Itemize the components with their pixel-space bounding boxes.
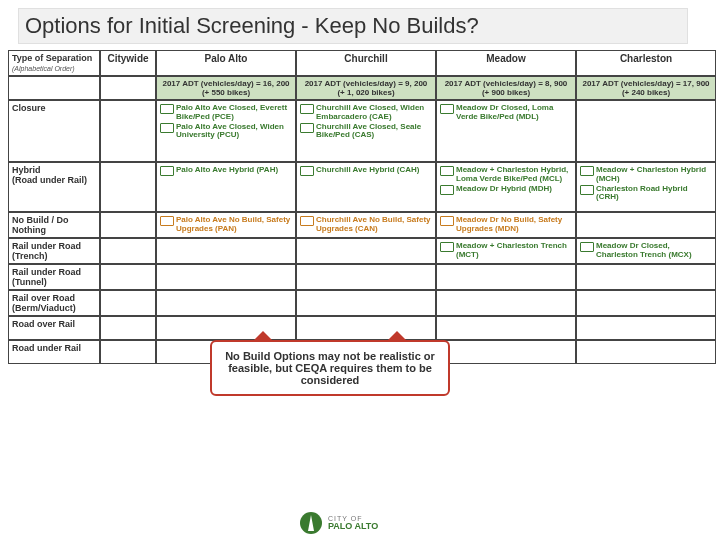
option-cae: Churchill Ave Closed, Widen Embarcadero … [300, 104, 432, 122]
options-table: Type of Separation(Alphabetical Order) C… [8, 50, 720, 364]
train-car-icon [440, 166, 454, 176]
option-mdl: Meadow Dr Closed, Loma Verde Bike/Ped (M… [440, 104, 572, 122]
option-crh: Charleston Road Hybrid (CRH) [580, 185, 712, 203]
option-mch: Meadow + Charleston Hybrid (MCH) [580, 166, 712, 184]
nobuild-charleston [576, 212, 716, 238]
row-tunnel: Rail under Road (Tunnel) [8, 264, 100, 290]
row-hybrid: Hybrid(Road under Rail) [8, 162, 100, 212]
hybrid-meadow: Meadow + Charleston Hybrid, Loma Verde B… [436, 162, 576, 212]
adt-churchill: 2017 ADT (vehicles/day) = 9, 200 (+ 1, 0… [296, 76, 436, 100]
closure-meadow: Meadow Dr Closed, Loma Verde Bike/Ped (M… [436, 100, 576, 162]
adt-meadow: 2017 ADT (vehicles/day) = 8, 900 (+ 900 … [436, 76, 576, 100]
option-cas: Churchill Ave Closed, Seale Bike/Ped (CA… [300, 123, 432, 141]
car-bike-icon [160, 104, 174, 114]
trench-paloalto [156, 238, 296, 264]
nobuild-churchill: Churchill Ave No Build, Safety Upgrades … [296, 212, 436, 238]
row-closure: Closure [8, 100, 100, 162]
train-car-icon [160, 166, 174, 176]
train-car-icon [440, 242, 454, 252]
nobuild-paloalto: Palo Alto Ave No Build, Safety Upgrades … [156, 212, 296, 238]
train-car-icon [440, 185, 454, 195]
col-header-churchill: Churchill [296, 50, 436, 76]
trench-churchill [296, 238, 436, 264]
nobuild-citywide [100, 212, 156, 238]
option-pah: Palo Alto Ave Hybrid (PAH) [160, 166, 292, 176]
option-cah: Churchill Ave Hybrid (CAH) [300, 166, 432, 176]
adt-paloalto: 2017 ADT (vehicles/day) = 16, 200 (+ 550… [156, 76, 296, 100]
option-pan: Palo Alto Ave No Build, Safety Upgrades … [160, 216, 292, 234]
row-trench: Rail under Road (Trench) [8, 238, 100, 264]
option-mdn: Meadow Dr No Build, Safety Upgrades (MDN… [440, 216, 572, 234]
hybrid-charleston: Meadow + Charleston Hybrid (MCH) Charles… [576, 162, 716, 212]
col-header-meadow: Meadow [436, 50, 576, 76]
logo-city-name: PALO ALTO [328, 522, 378, 531]
adt-spacer-citywide [100, 76, 156, 100]
tree-icon [300, 512, 322, 534]
car-bike-icon [300, 123, 314, 133]
row-nobuild: No Build / Do Nothing [8, 212, 100, 238]
train-car-icon [580, 166, 594, 176]
adt-spacer-type [8, 76, 100, 100]
row-roadunder: Road under Rail [8, 340, 100, 364]
hybrid-citywide [100, 162, 156, 212]
col-header-charleston: Charleston [576, 50, 716, 76]
train-car-icon [580, 185, 594, 195]
closure-churchill: Churchill Ave Closed, Widen Embarcadero … [296, 100, 436, 162]
train-car-icon [300, 216, 314, 226]
trench-meadow: Meadow + Charleston Trench (MCT) [436, 238, 576, 264]
page-title: Options for Initial Screening - Keep No … [18, 8, 688, 44]
trench-citywide [100, 238, 156, 264]
car-bike-icon [440, 104, 454, 114]
option-mcl: Meadow + Charleston Hybrid, Loma Verde B… [440, 166, 572, 184]
train-car-icon [580, 242, 594, 252]
closure-charleston [576, 100, 716, 162]
option-mcx: Meadow Dr Closed, Charleston Trench (MCX… [580, 242, 712, 260]
option-pce: Palo Alto Ave Closed, Everett Bike/Ped (… [160, 104, 292, 122]
col-header-type: Type of Separation(Alphabetical Order) [8, 50, 100, 76]
hybrid-churchill: Churchill Ave Hybrid (CAH) [296, 162, 436, 212]
closure-paloalto: Palo Alto Ave Closed, Everett Bike/Ped (… [156, 100, 296, 162]
row-roadover: Road over Rail [8, 316, 100, 340]
option-mdh: Meadow Dr Hybrid (MDH) [440, 185, 572, 195]
train-car-icon [300, 166, 314, 176]
car-bike-icon [160, 123, 174, 133]
train-car-icon [440, 216, 454, 226]
train-car-icon [160, 216, 174, 226]
option-can: Churchill Ave No Build, Safety Upgrades … [300, 216, 432, 234]
hybrid-paloalto: Palo Alto Ave Hybrid (PAH) [156, 162, 296, 212]
car-bike-icon [300, 104, 314, 114]
col-header-paloalto: Palo Alto [156, 50, 296, 76]
option-mct: Meadow + Charleston Trench (MCT) [440, 242, 572, 260]
trench-charleston: Meadow Dr Closed, Charleston Trench (MCX… [576, 238, 716, 264]
option-pcu: Palo Alto Ave Closed, Widen University (… [160, 123, 292, 141]
row-berm: Rail over Road (Berm/Viaduct) [8, 290, 100, 316]
adt-charleston: 2017 ADT (vehicles/day) = 17, 900 (+ 240… [576, 76, 716, 100]
nobuild-meadow: Meadow Dr No Build, Safety Upgrades (MDN… [436, 212, 576, 238]
callout-box: No Build Options may not be realistic or… [210, 340, 450, 396]
closure-citywide [100, 100, 156, 162]
col-header-citywide: Citywide [100, 50, 156, 76]
city-logo: CITY OF PALO ALTO [300, 512, 378, 534]
